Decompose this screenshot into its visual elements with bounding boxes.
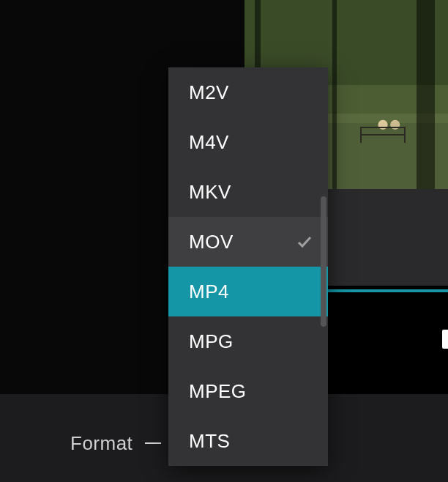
format-label: Format bbox=[70, 432, 132, 455]
format-option-label: M4V bbox=[189, 131, 229, 154]
format-option-mpg[interactable]: MPG bbox=[168, 316, 328, 366]
format-option-label: MP4 bbox=[189, 281, 229, 303]
right-edge-handle[interactable] bbox=[442, 330, 448, 349]
dropdown-scrollbar[interactable] bbox=[321, 196, 326, 327]
format-option-m2v[interactable]: M2V bbox=[168, 67, 328, 117]
format-dropdown[interactable]: M2VM4VMKVMOVMP4MPGMPEGMTS bbox=[168, 67, 328, 466]
format-option-m4v[interactable]: M4V bbox=[168, 117, 328, 167]
format-option-label: MPEG bbox=[189, 380, 247, 403]
app-stage: Format M2VM4VMKVMOVMP4MPGMPEGMTS bbox=[0, 0, 448, 482]
format-option-mkv[interactable]: MKV bbox=[168, 167, 328, 217]
format-option-label: MTS bbox=[189, 430, 230, 453]
format-option-label: MPG bbox=[189, 330, 234, 353]
format-option-label: M2V bbox=[189, 81, 229, 104]
check-icon bbox=[296, 233, 313, 251]
format-option-label: MKV bbox=[189, 181, 231, 204]
footer-dash bbox=[145, 442, 161, 444]
format-option-mts[interactable]: MTS bbox=[168, 416, 328, 466]
format-option-mov[interactable]: MOV bbox=[168, 217, 328, 267]
format-option-mp4[interactable]: MP4 bbox=[168, 267, 328, 316]
format-option-label: MOV bbox=[189, 231, 234, 253]
format-option-mpeg[interactable]: MPEG bbox=[168, 366, 328, 416]
